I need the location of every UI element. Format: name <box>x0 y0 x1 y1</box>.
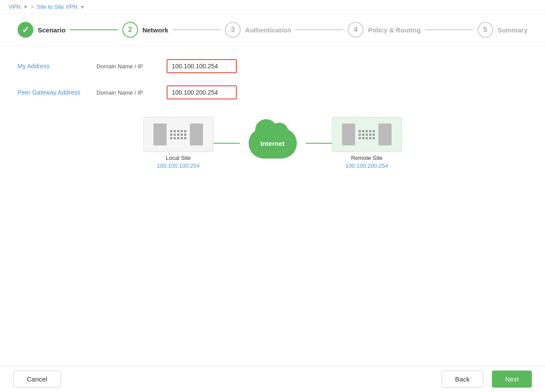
dot <box>366 130 368 132</box>
next-button[interactable]: Next <box>492 371 532 388</box>
local-site-card <box>143 117 214 152</box>
local-device-bar2 <box>190 124 203 145</box>
dot <box>359 130 361 132</box>
step-label-auth: Authentication <box>245 26 291 34</box>
dot <box>184 137 186 139</box>
step-number-policy: 4 <box>354 26 358 34</box>
my-address-label: My Address <box>18 63 96 70</box>
step-summary: 5 Summary <box>477 22 527 38</box>
dot <box>184 134 186 136</box>
step-line-1 <box>70 29 118 30</box>
step-number-summary: 5 <box>483 26 487 34</box>
peer-gateway-input[interactable] <box>167 85 237 99</box>
dot <box>359 137 361 139</box>
peer-gateway-label: Peer Gateway Address <box>18 89 96 96</box>
dot <box>177 130 179 132</box>
dot <box>170 137 172 139</box>
local-site-box: Local Site 100.100.100.254 <box>143 117 214 169</box>
remote-site-ip: 100.100.200.254 <box>346 162 388 169</box>
dot <box>174 130 176 132</box>
bottom-bar: Cancel Back Next <box>0 366 545 392</box>
step-network: 2 Network <box>122 22 168 38</box>
breadcrumb-sep: > <box>31 4 34 10</box>
dot <box>366 137 368 139</box>
remote-site-card <box>332 117 402 152</box>
stepper: ✓ Scenario 2 Network 3 Authentication 4 … <box>0 14 545 46</box>
dot <box>369 134 371 136</box>
dot <box>373 134 375 136</box>
remote-device-dots <box>359 130 375 139</box>
step-policy: 4 Policy & Routing <box>348 22 420 38</box>
peer-gateway-row: Peer Gateway Address Domain Name / IP <box>18 85 527 99</box>
back-button[interactable]: Back <box>442 371 483 388</box>
dot <box>177 137 179 139</box>
my-address-row: My Address Domain Name / IP <box>18 59 527 73</box>
remote-device-bar <box>342 124 355 145</box>
local-site-ip: 100.100.100.254 <box>157 162 200 169</box>
step-label-summary: Summary <box>498 26 527 34</box>
main-content: My Address Domain Name / IP Peer Gateway… <box>0 46 545 182</box>
line-right <box>306 143 332 144</box>
dot <box>359 134 361 136</box>
dot <box>369 130 371 132</box>
remote-site-box: Remote Site 100.100.200.254 <box>332 117 402 169</box>
dot <box>369 137 371 139</box>
dot <box>181 134 183 136</box>
dot <box>362 130 364 132</box>
dot <box>181 130 183 132</box>
dot <box>366 134 368 136</box>
my-address-sublabel: Domain Name / IP <box>96 63 167 70</box>
breadcrumb: VPN ▼ > Site to Site VPN ▼ <box>0 0 545 14</box>
step-circle-policy: 4 <box>348 22 363 38</box>
local-site-label: Local Site <box>166 155 191 161</box>
step-number-auth: 3 <box>231 26 235 34</box>
step-line-3 <box>296 29 343 30</box>
dot <box>373 130 375 132</box>
cancel-button[interactable]: Cancel <box>13 371 61 388</box>
checkmark-icon: ✓ <box>22 25 29 35</box>
peer-gateway-sublabel: Domain Name / IP <box>96 89 167 96</box>
remote-site-label: Remote Site <box>351 155 383 161</box>
step-line-2 <box>173 29 221 30</box>
local-device-dots <box>170 130 186 139</box>
step-label-policy: Policy & Routing <box>368 26 420 34</box>
internet-label: Internet <box>260 139 285 147</box>
breadcrumb-dropdown-icon: ▼ <box>80 4 85 10</box>
step-label-network: Network <box>142 26 168 34</box>
local-device-bar <box>153 124 167 145</box>
dot <box>177 134 179 136</box>
step-circle-network: 2 <box>122 22 138 38</box>
dot <box>181 137 183 139</box>
step-scenario: ✓ Scenario <box>18 22 65 38</box>
dot <box>170 134 172 136</box>
remote-device-bar2 <box>378 124 392 145</box>
step-authentication: 3 Authentication <box>225 22 291 38</box>
line-left <box>214 143 240 144</box>
step-circle-auth: 3 <box>225 22 241 38</box>
my-address-input[interactable] <box>167 59 237 73</box>
dot <box>174 134 176 136</box>
breadcrumb-site-to-site[interactable]: Site to Site VPN <box>36 4 77 10</box>
breadcrumb-arrow-icon: ▼ <box>23 4 28 10</box>
step-number-network: 2 <box>128 26 132 34</box>
dot <box>174 137 176 139</box>
step-label-scenario: Scenario <box>38 26 65 34</box>
dot <box>170 130 172 132</box>
breadcrumb-vpn[interactable]: VPN <box>9 4 21 10</box>
internet-cloud: Internet <box>249 128 297 159</box>
dot <box>373 137 375 139</box>
step-circle-summary: 5 <box>477 22 493 38</box>
dot <box>362 134 364 136</box>
network-diagram: Local Site 100.100.100.254 Internet <box>18 117 527 169</box>
step-circle-scenario: ✓ <box>18 22 33 38</box>
dot <box>184 130 186 132</box>
step-line-4 <box>425 29 473 30</box>
right-buttons: Back Next <box>442 371 532 388</box>
dot <box>362 137 364 139</box>
internet-cloud-container: Internet <box>249 128 297 159</box>
